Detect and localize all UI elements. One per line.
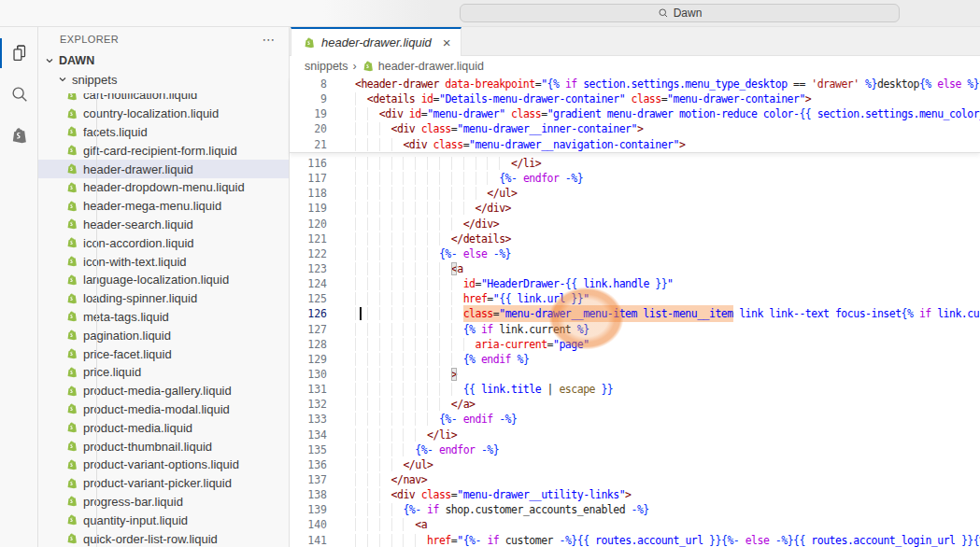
file-row[interactable]: quantity-input.liquid [38, 511, 290, 529]
line-number[interactable]: 130 [290, 367, 327, 382]
line-number[interactable]: 119 [290, 201, 327, 216]
line-number[interactable]: 20 [290, 121, 327, 136]
code-line[interactable]: 139 {%- if shop.customer_accounts_enable… [290, 502, 980, 517]
code-line[interactable]: 133 {%- endif -%} [290, 412, 980, 427]
line-number[interactable]: 129 [290, 352, 327, 367]
code-line[interactable]: 137 </nav> [290, 472, 980, 487]
line-number[interactable]: 128 [290, 337, 327, 352]
breadcrumb-file[interactable]: header-drawer.liquid [362, 60, 484, 73]
line-number[interactable]: 125 [290, 291, 327, 306]
code-line[interactable]: 138 <div class="menu-drawer__utility-lin… [290, 487, 980, 502]
code-line[interactable]: 118 </ul> [290, 186, 980, 201]
code-text: {%- endfor -%} [355, 442, 499, 457]
line-number[interactable]: 124 [290, 276, 327, 291]
line-number[interactable]: 140 [290, 517, 327, 532]
search-activity-button[interactable] [0, 74, 38, 115]
line-number[interactable]: 132 [290, 397, 327, 412]
tree-root-dawn[interactable]: DAWN [38, 51, 289, 70]
line-number[interactable]: 122 [290, 246, 327, 261]
line-number[interactable]: 116 [290, 156, 327, 171]
code-line[interactable]: 123 <a [290, 261, 980, 276]
code-line[interactable]: 122 {%- else -%} [290, 246, 980, 261]
code-line[interactable]: 135 {%- endfor -%} [290, 442, 980, 457]
line-number[interactable]: 139 [290, 502, 327, 517]
code-line[interactable]: 131 {{ link.title | escape }} [290, 382, 980, 397]
code-area[interactable]: 116 </li>117 {%- endfor -%}118 </ul>119 … [290, 156, 980, 547]
line-number[interactable]: 137 [290, 472, 327, 487]
code-line[interactable]: 8<header-drawer data-breakpoint="{% if s… [290, 77, 980, 91]
code-line[interactable]: 141 href="{%- if customer -%}{{ routes.a… [290, 533, 980, 547]
code-line[interactable]: 128 aria-current="page" [290, 337, 980, 352]
code-line[interactable]: 20 <div class="menu-drawer__inner-contai… [290, 121, 980, 136]
line-number[interactable]: 120 [290, 217, 327, 231]
line-number[interactable]: 118 [290, 186, 327, 201]
file-row[interactable]: header-mega-menu.liquid [38, 197, 290, 216]
line-number[interactable]: 21 [290, 137, 327, 152]
code-line[interactable]: 9 <details id="Details-menu-drawer-conta… [290, 91, 980, 106]
tab-header-drawer[interactable]: header-drawer.liquid × [291, 27, 462, 56]
line-number[interactable]: 131 [290, 382, 327, 397]
line-number[interactable]: 121 [290, 231, 327, 246]
code-line[interactable]: 124 id="HeaderDrawer-{{ link.handle }}" [290, 276, 980, 291]
file-row[interactable]: product-variant-options.liquid [38, 456, 290, 474]
code-line[interactable]: 21 <div class="menu-drawer__navigation-c… [290, 137, 980, 152]
file-row[interactable]: meta-tags.liquid [38, 308, 290, 327]
file-row[interactable]: gift-card-recipient-form.liquid [38, 141, 290, 160]
command-center-search[interactable]: Dawn [460, 4, 900, 22]
code-line[interactable]: 134 </li> [290, 428, 980, 442]
file-row[interactable]: pagination.liquid [38, 326, 290, 344]
line-number[interactable]: 127 [290, 322, 327, 337]
file-row[interactable]: progress-bar.liquid [38, 493, 290, 512]
line-number[interactable]: 141 [290, 533, 327, 547]
code-line[interactable]: 125 href="{{ link.url }}" [290, 291, 980, 306]
file-row[interactable]: header-drawer.liquid [38, 160, 290, 178]
code-line[interactable]: 117 {%- endfor -%} [290, 171, 980, 186]
file-row[interactable]: price.liquid [38, 363, 290, 382]
explorer-activity-button[interactable] [0, 33, 38, 74]
file-row[interactable]: quick-order-list-row.liquid [38, 529, 290, 547]
close-icon[interactable]: × [443, 35, 451, 49]
code-line[interactable]: 140 <a [290, 517, 980, 532]
file-row[interactable]: cart-notification.liquid [38, 93, 290, 105]
file-row[interactable]: country-localization.liquid [38, 105, 290, 123]
file-row[interactable]: header-dropdown-menu.liquid [38, 178, 290, 197]
line-number[interactable]: 126 [290, 306, 327, 321]
file-row[interactable]: header-search.liquid [38, 216, 290, 234]
line-number[interactable]: 136 [290, 457, 327, 472]
code-line[interactable]: 121 </details> [290, 231, 980, 246]
code-line[interactable]: 127 {% if link.current %} [290, 322, 980, 337]
file-row[interactable]: product-media-gallery.liquid [38, 382, 290, 400]
line-number[interactable]: 123 [290, 261, 327, 276]
line-number[interactable]: 134 [290, 428, 327, 442]
code-line[interactable]: 119 </div> [290, 201, 980, 216]
code-line[interactable]: 129 {% endif %} [290, 352, 980, 367]
line-number[interactable]: 133 [290, 412, 327, 427]
file-row[interactable]: icon-accordion.liquid [38, 233, 290, 252]
line-number[interactable]: 138 [290, 487, 327, 502]
line-number[interactable]: 135 [290, 442, 327, 457]
code-line[interactable]: 19 <div id="menu-drawer" class="gradient… [290, 106, 980, 121]
code-line[interactable]: 132 </a> [290, 397, 980, 412]
file-row[interactable]: price-facet.liquid [38, 344, 290, 363]
code-line[interactable]: 136 </ul> [290, 457, 980, 472]
line-number[interactable]: 9 [290, 91, 327, 106]
file-row[interactable]: language-localization.liquid [38, 271, 290, 289]
code-line[interactable]: 130 > [290, 367, 980, 382]
code-line[interactable]: 116 </li> [290, 156, 980, 171]
breadcrumb-folder[interactable]: snippets [305, 60, 348, 73]
file-row[interactable]: product-media.liquid [38, 418, 290, 437]
file-row[interactable]: product-variant-picker.liquid [38, 474, 290, 493]
line-number[interactable]: 8 [290, 77, 327, 91]
line-number[interactable]: 117 [290, 171, 327, 186]
more-actions-icon[interactable]: ⋯ [259, 32, 279, 47]
shopify-activity-button[interactable] [0, 115, 38, 156]
file-row[interactable]: product-media-modal.liquid [38, 400, 290, 419]
code-line[interactable]: 126 class="menu-drawer__menu-item list-m… [290, 306, 980, 321]
file-row[interactable]: product-thumbnail.liquid [38, 437, 290, 456]
file-row[interactable]: icon-with-text.liquid [38, 252, 290, 271]
code-line[interactable]: 120 </div> [290, 217, 980, 231]
line-number[interactable]: 19 [290, 106, 327, 121]
file-row[interactable]: loading-spinner.liquid [38, 289, 290, 308]
file-row[interactable]: facets.liquid [38, 123, 290, 142]
tree-folder-snippets[interactable]: snippets [38, 70, 289, 89]
